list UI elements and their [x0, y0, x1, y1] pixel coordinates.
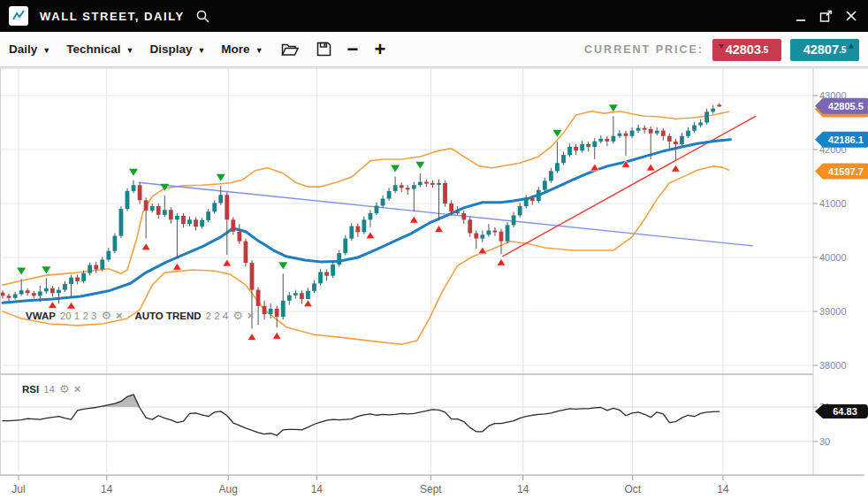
candle-down: [231, 219, 235, 231]
candle-down: [424, 182, 429, 184]
candle-up: [362, 219, 367, 232]
candle-up: [281, 301, 286, 317]
svg-text:30: 30: [819, 436, 830, 447]
gear-icon[interactable]: ⚙: [59, 385, 70, 394]
candle-down: [406, 188, 410, 189]
current-price-area: CURRENT PRICE: 42803.5 42807.5: [584, 32, 859, 67]
candle-up: [704, 111, 709, 122]
buy-signal-icon: [172, 263, 181, 270]
sell-signal-icon: [42, 266, 50, 273]
candle-up: [549, 171, 553, 180]
candle-up: [437, 183, 441, 185]
candle-up: [543, 180, 547, 189]
sell-price-dec: .5: [761, 45, 768, 55]
candle-up: [512, 215, 516, 225]
zoom-in-button[interactable]: +: [374, 41, 385, 58]
buy-signal-icon: [497, 258, 506, 265]
save-icon[interactable]: [316, 42, 331, 57]
chart-canvas[interactable]: 4300042000410004000039000380007030Jul14A…: [0, 0, 868, 499]
open-folder-icon[interactable]: [281, 42, 299, 57]
auto-trend-label: AUTO TREND: [134, 311, 201, 321]
menu-more[interactable]: More ▼: [221, 42, 263, 56]
indicator-row-main: VWAP 20 1 2 3 ⚙ × · AUTO TREND 2 2 4 ⚙ ×: [26, 311, 254, 321]
search-icon[interactable]: [195, 9, 210, 24]
buy-signal-icon: [141, 243, 150, 250]
candle-up: [113, 236, 118, 251]
candle-up: [100, 259, 104, 269]
candle-up: [163, 210, 167, 214]
sell-signal-icon: [609, 104, 618, 111]
candle-down: [1, 293, 5, 296]
popout-button[interactable]: [819, 10, 833, 23]
candle-up: [555, 163, 560, 171]
rsi-label: RSI: [22, 384, 39, 395]
buy-signal-icon: [247, 334, 256, 341]
sell-signal-icon: [391, 165, 400, 173]
close-icon[interactable]: ×: [116, 311, 123, 320]
candle-up: [38, 291, 42, 296]
svg-text:14: 14: [517, 483, 529, 495]
candle-down: [324, 272, 329, 275]
current-price-label: CURRENT PRICE:: [584, 43, 704, 56]
candle-down: [32, 293, 36, 296]
candle-up: [349, 226, 354, 239]
candle-up: [200, 220, 204, 226]
close-icon[interactable]: ×: [247, 311, 255, 320]
candle-down: [574, 147, 578, 150]
minimize-button[interactable]: [796, 11, 807, 22]
candle-up: [636, 128, 641, 131]
sell-signal-icon: [129, 169, 138, 176]
arrow-up-icon: [848, 42, 855, 50]
candle-down: [156, 206, 161, 215]
candle-up: [618, 134, 622, 136]
svg-text:14: 14: [717, 483, 729, 495]
close-icon[interactable]: ×: [74, 385, 81, 394]
buy-signal-icon: [478, 247, 487, 254]
svg-text:39000: 39000: [819, 306, 847, 317]
candle-up: [343, 239, 347, 253]
rsi-params: 14: [43, 384, 55, 395]
candle-up: [132, 185, 136, 191]
candle-up: [175, 216, 179, 219]
gear-icon[interactable]: ⚙: [232, 311, 243, 320]
gear-icon[interactable]: ⚙: [101, 311, 111, 320]
buy-signal-icon: [435, 226, 444, 233]
candle-up: [506, 225, 510, 241]
menu-technical[interactable]: Technical ▼: [66, 42, 133, 56]
candle-down: [181, 216, 186, 224]
svg-text:Jul: Jul: [11, 483, 25, 495]
svg-text:38000: 38000: [819, 360, 847, 371]
candle-down: [530, 198, 535, 201]
chevron-down-icon: ▼: [197, 46, 205, 55]
sell-signal-icon: [278, 262, 287, 269]
zoom-out-button[interactable]: −: [347, 41, 359, 58]
auto-trendline-up-trend: [502, 116, 756, 257]
sell-price-badge[interactable]: 42803.5: [712, 39, 781, 61]
candle-up: [212, 203, 217, 211]
candle-down: [717, 104, 721, 106]
candle-up: [387, 191, 392, 199]
buy-signal-icon: [646, 164, 655, 171]
menu-display[interactable]: Display ▼: [149, 42, 205, 56]
rsi-layer: [3, 395, 720, 435]
candle-down: [300, 293, 304, 299]
svg-text:41000: 41000: [819, 198, 847, 209]
window-controls: [796, 0, 857, 32]
menu-daily[interactable]: Daily ▼: [9, 42, 50, 56]
candle-up: [592, 142, 597, 147]
title-bar: WALL STREET, DAILY: [0, 0, 868, 32]
candle-down: [455, 211, 460, 213]
candle-down: [474, 234, 478, 239]
menu-technical-label: Technical: [66, 42, 120, 56]
buy-price-int: 42807: [803, 42, 839, 57]
sell-signal-icon: [217, 174, 225, 181]
buy-price-badge[interactable]: 42807.5: [790, 39, 859, 61]
close-icon[interactable]: [845, 10, 857, 22]
svg-text:40000: 40000: [819, 252, 847, 263]
candle-down: [355, 226, 360, 233]
candle-down: [643, 128, 647, 130]
page-title: WALL STREET, DAILY: [40, 10, 185, 23]
menu-daily-label: Daily: [9, 42, 37, 56]
candle-down: [75, 278, 80, 281]
candle-down: [194, 219, 198, 226]
